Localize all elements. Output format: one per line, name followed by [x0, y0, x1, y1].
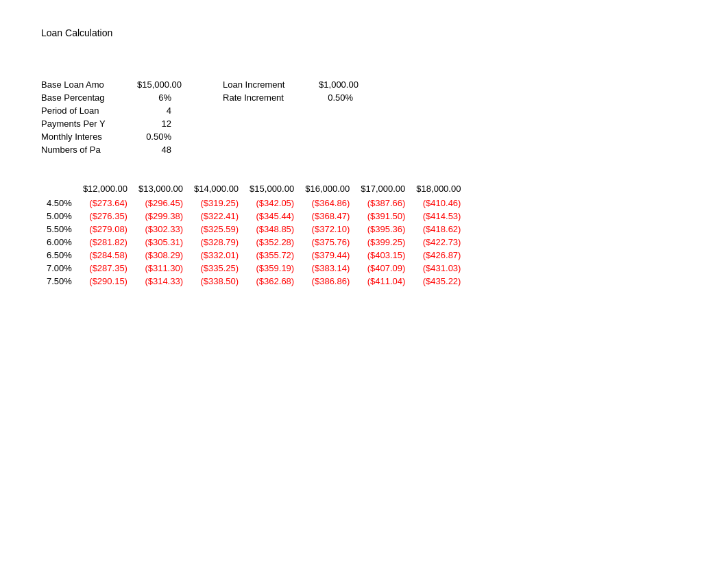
param-label: Base Loan Amo — [41, 79, 130, 90]
column-header — [41, 182, 77, 197]
rate-cell: 4.50% — [41, 197, 77, 210]
param-label: Base Percentag — [41, 92, 130, 103]
table-row: 5.50%($279.08)($302.33)($325.59)($348.85… — [41, 223, 466, 236]
value-cell: ($391.50) — [355, 210, 411, 223]
value-cell: ($372.10) — [300, 223, 355, 236]
value-cell: ($426.87) — [411, 249, 466, 262]
param-label: Period of Loan — [41, 105, 130, 116]
param-row: Base Loan Amo $15,000.00 — [41, 79, 182, 90]
value-cell: ($279.08) — [77, 223, 133, 236]
column-header: $12,000.00 — [77, 182, 133, 197]
value-cell: ($431.03) — [411, 262, 466, 275]
param-label: Numbers of Pa — [41, 145, 130, 155]
value-cell: ($422.73) — [411, 236, 466, 249]
value-cell: ($410.46) — [411, 197, 466, 210]
value-cell: ($368.47) — [300, 210, 355, 223]
param-value: $15,000.00 — [137, 79, 182, 90]
table-section: $12,000.00$13,000.00$14,000.00$15,000.00… — [41, 182, 687, 288]
param-row: Base Percentag 6% — [41, 92, 182, 103]
value-cell: ($305.31) — [133, 236, 189, 249]
value-cell: ($386.86) — [300, 275, 355, 288]
value-cell: ($296.45) — [133, 197, 189, 210]
rate-cell: 6.00% — [41, 236, 77, 249]
value-cell: ($387.66) — [355, 197, 411, 210]
value-cell: ($348.85) — [244, 223, 300, 236]
value-cell: ($319.25) — [189, 197, 244, 210]
value-cell: ($308.29) — [133, 249, 189, 262]
value-cell: ($332.01) — [189, 249, 244, 262]
params-left: Base Loan Amo $15,000.00 Base Percentag … — [41, 79, 182, 155]
column-header: $16,000.00 — [300, 182, 355, 197]
value-cell: ($345.44) — [244, 210, 300, 223]
value-cell: ($273.64) — [77, 197, 133, 210]
value-cell: ($302.33) — [133, 223, 189, 236]
param-row: Loan Increment $1,000.00 — [223, 79, 359, 90]
value-cell: ($338.50) — [189, 275, 244, 288]
value-cell: ($342.05) — [244, 197, 300, 210]
param-row: Numbers of Pa 48 — [41, 145, 182, 155]
param-value: 0.50% — [137, 132, 171, 142]
param-label: Rate Increment — [223, 92, 312, 103]
value-cell: ($352.28) — [244, 236, 300, 249]
param-label: Monthly Interes — [41, 132, 130, 142]
param-value: 4 — [137, 105, 171, 116]
value-cell: ($335.25) — [189, 262, 244, 275]
loan-table: $12,000.00$13,000.00$14,000.00$15,000.00… — [41, 182, 466, 288]
value-cell: ($362.68) — [244, 275, 300, 288]
column-header: $13,000.00 — [133, 182, 189, 197]
value-cell: ($379.44) — [300, 249, 355, 262]
param-value: $1,000.00 — [319, 79, 359, 90]
column-header: $14,000.00 — [189, 182, 244, 197]
value-cell: ($364.86) — [300, 197, 355, 210]
column-header: $17,000.00 — [355, 182, 411, 197]
value-cell: ($328.79) — [189, 236, 244, 249]
param-value: 12 — [137, 118, 171, 129]
rate-cell: 7.00% — [41, 262, 77, 275]
value-cell: ($325.59) — [189, 223, 244, 236]
param-label: Payments Per Y — [41, 118, 130, 129]
table-row: 7.00%($287.35)($311.30)($335.25)($359.19… — [41, 262, 466, 275]
table-header-row: $12,000.00$13,000.00$14,000.00$15,000.00… — [41, 182, 466, 197]
param-row: Monthly Interes 0.50% — [41, 132, 182, 142]
table-row: 6.00%($281.82)($305.31)($328.79)($352.28… — [41, 236, 466, 249]
param-value: 0.50% — [319, 92, 353, 103]
value-cell: ($284.58) — [77, 249, 133, 262]
value-cell: ($276.35) — [77, 210, 133, 223]
value-cell: ($383.14) — [300, 262, 355, 275]
column-header: $18,000.00 — [411, 182, 466, 197]
value-cell: ($299.38) — [133, 210, 189, 223]
value-cell: ($399.25) — [355, 236, 411, 249]
table-row: 4.50%($273.64)($296.45)($319.25)($342.05… — [41, 197, 466, 210]
value-cell: ($322.41) — [189, 210, 244, 223]
value-cell: ($414.53) — [411, 210, 466, 223]
value-cell: ($314.33) — [133, 275, 189, 288]
table-row: 6.50%($284.58)($308.29)($332.01)($355.72… — [41, 249, 466, 262]
param-row: Rate Increment 0.50% — [223, 92, 359, 103]
value-cell: ($418.62) — [411, 223, 466, 236]
table-row: 5.00%($276.35)($299.38)($322.41)($345.44… — [41, 210, 466, 223]
rate-cell: 5.50% — [41, 223, 77, 236]
value-cell: ($403.15) — [355, 249, 411, 262]
value-cell: ($287.35) — [77, 262, 133, 275]
params-right: Loan Increment $1,000.00 Rate Increment … — [223, 79, 359, 155]
rate-cell: 6.50% — [41, 249, 77, 262]
value-cell: ($281.82) — [77, 236, 133, 249]
value-cell: ($311.30) — [133, 262, 189, 275]
param-label: Loan Increment — [223, 79, 312, 90]
page-title: Loan Calculation — [41, 27, 687, 38]
value-cell: ($411.04) — [355, 275, 411, 288]
value-cell: ($375.76) — [300, 236, 355, 249]
rate-cell: 5.00% — [41, 210, 77, 223]
value-cell: ($407.09) — [355, 262, 411, 275]
param-row: Period of Loan 4 — [41, 105, 182, 116]
table-row: 7.50%($290.15)($314.33)($338.50)($362.68… — [41, 275, 466, 288]
value-cell: ($355.72) — [244, 249, 300, 262]
value-cell: ($359.19) — [244, 262, 300, 275]
rate-cell: 7.50% — [41, 275, 77, 288]
value-cell: ($290.15) — [77, 275, 133, 288]
param-row: Payments Per Y 12 — [41, 118, 182, 129]
value-cell: ($395.36) — [355, 223, 411, 236]
value-cell: ($435.22) — [411, 275, 466, 288]
column-header: $15,000.00 — [244, 182, 300, 197]
params-section: Base Loan Amo $15,000.00 Base Percentag … — [41, 79, 687, 155]
